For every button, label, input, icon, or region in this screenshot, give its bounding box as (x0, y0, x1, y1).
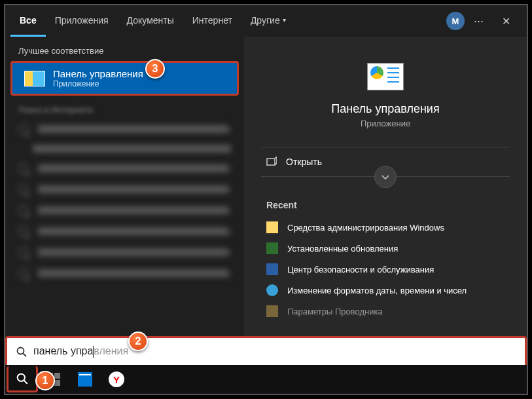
updates-icon (266, 242, 278, 254)
svg-line-4 (24, 380, 27, 383)
best-match-result[interactable]: Панель управления Приложение (10, 61, 239, 96)
recent-item[interactable]: Средства администрирования Windows (264, 217, 507, 238)
chevron-right-icon: › (228, 124, 231, 134)
folder-options-icon (266, 305, 278, 317)
preview-title: Панель управления (264, 102, 507, 116)
calendar-icon (78, 372, 92, 387)
flag-icon (266, 263, 278, 275)
search-icon (18, 124, 29, 134)
search-icon (16, 373, 28, 385)
search-icon (18, 226, 29, 237)
web-result[interactable]: › (5, 263, 244, 284)
recent-item[interactable]: Изменение форматов даты, времени и чисел (264, 280, 507, 301)
svg-rect-6 (54, 373, 60, 379)
filter-tabs: Все Приложения Документы Интернет Другие… (10, 5, 295, 37)
web-results-label: Поиск в Интернете (5, 98, 244, 119)
web-result[interactable]: › (5, 179, 244, 200)
tab-apps[interactable]: Приложения (46, 5, 118, 37)
search-text[interactable]: панель управления (33, 345, 128, 358)
web-result[interactable]: › (5, 119, 244, 140)
search-icon (16, 347, 27, 357)
chevron-right-icon: › (228, 163, 231, 174)
svg-rect-0 (267, 159, 275, 165)
search-icon (18, 247, 29, 257)
chevron-down-icon: ▾ (283, 16, 286, 24)
svg-point-1 (18, 347, 24, 354)
search-icon (18, 163, 29, 174)
clock-icon (266, 284, 278, 296)
web-result[interactable]: › (5, 158, 244, 179)
search-icon (18, 184, 29, 195)
control-panel-large-icon (367, 63, 404, 90)
search-icon (18, 205, 29, 216)
web-results-list: › › › › › › › (5, 119, 244, 336)
annotation-badge-1: 1 (35, 371, 55, 390)
taskbar-search-button[interactable] (7, 366, 38, 392)
user-avatar[interactable]: M (446, 12, 465, 30)
recent-item[interactable]: Центр безопасности и обслуживания (264, 259, 507, 280)
web-result[interactable]: › (5, 242, 244, 263)
recent-item[interactable]: Установленные обновления (264, 238, 507, 259)
expand-button[interactable] (374, 166, 397, 188)
recent-header: Recent (264, 188, 507, 217)
preview-subtitle: Приложение (264, 119, 507, 128)
open-icon (266, 157, 277, 167)
search-icon (18, 268, 29, 278)
chevron-right-icon: › (228, 268, 231, 278)
chevron-right-icon: › (228, 247, 231, 257)
search-flyout: Все Приложения Документы Интернет Другие… (4, 4, 528, 395)
taskbar-yandex-button[interactable]: Y (101, 366, 132, 392)
web-result[interactable] (5, 140, 244, 158)
header: Все Приложения Документы Интернет Другие… (5, 5, 527, 37)
results-column: Лучшее соответствие Панель управления Пр… (5, 37, 244, 336)
taskbar-calendar-button[interactable] (69, 366, 101, 392)
taskbar: Y (5, 365, 527, 394)
body: Лучшее соответствие Панель управления Пр… (5, 37, 527, 336)
annotation-badge-3: 3 (145, 59, 165, 79)
web-result[interactable]: › (5, 200, 244, 221)
result-title: Панель управления (53, 68, 143, 79)
more-options-button[interactable]: ··· (474, 14, 484, 28)
folder-icon (266, 221, 278, 233)
chevron-right-icon: › (228, 226, 231, 237)
chevron-right-icon: › (228, 205, 231, 216)
svg-line-2 (24, 353, 27, 356)
web-result[interactable]: › (5, 221, 244, 242)
chevron-right-icon: › (228, 184, 231, 195)
yandex-icon: Y (109, 371, 124, 387)
tab-all[interactable]: Все (10, 5, 46, 37)
tab-more[interactable]: Другие▾ (241, 5, 295, 37)
control-panel-icon (24, 71, 45, 86)
chevron-down-icon (381, 172, 390, 181)
tab-documents[interactable]: Документы (118, 5, 183, 37)
best-match-label: Лучшее соответствие (5, 37, 244, 61)
recent-item[interactable]: Параметры Проводника (264, 301, 507, 322)
svg-rect-8 (54, 380, 60, 386)
close-button[interactable]: ✕ (493, 8, 519, 34)
search-input-bar[interactable]: панель управления (5, 336, 527, 365)
tab-web[interactable]: Интернет (183, 5, 241, 37)
annotation-badge-2: 2 (128, 332, 148, 351)
svg-point-3 (18, 373, 25, 381)
preview-pane: Панель управления Приложение Открыть Rec… (244, 37, 527, 336)
header-actions: M ··· ✕ (446, 8, 522, 34)
result-subtitle: Приложение (53, 79, 143, 88)
